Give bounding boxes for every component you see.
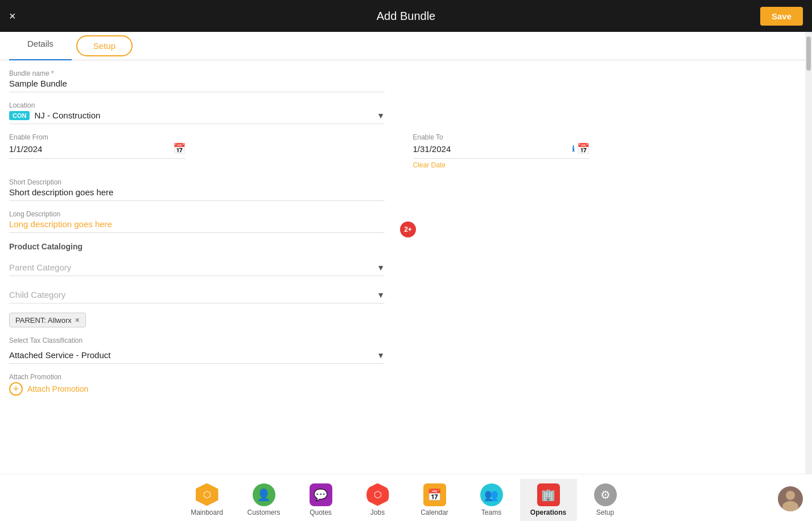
short-desc-field: Short Description Short description goes… <box>9 178 803 201</box>
child-category-placeholder: Child Category <box>9 290 377 300</box>
child-category-dropdown[interactable]: Child Category ▼ <box>9 285 385 303</box>
long-desc-field: Long Description Long description goes h… <box>9 210 803 233</box>
enable-to-value[interactable]: 1/31/2024 <box>413 144 572 154</box>
close-button[interactable]: × <box>9 10 16 22</box>
tab-details[interactable]: Details <box>9 32 72 60</box>
enable-to-label: Enable To <box>413 133 803 141</box>
tax-class-label: Select Tax Classification <box>9 337 803 344</box>
location-badge: CON <box>9 111 30 120</box>
bundle-name-field: Bundle name * Sample Bundle <box>9 69 803 92</box>
quotes-label: Quotes <box>310 508 332 516</box>
enable-to-info-icon: ℹ <box>572 144 575 153</box>
teams-icon: 👥 <box>480 483 503 506</box>
child-category-arrow-icon: ▼ <box>377 290 385 300</box>
teams-label: Teams <box>481 508 501 516</box>
clear-date-button[interactable]: Clear Date <box>413 161 803 169</box>
product-cataloging-label: Product Cataloging <box>9 242 803 251</box>
nav-jobs[interactable]: ⬡ Jobs <box>349 479 406 521</box>
nav-teams[interactable]: 👥 Teams <box>463 479 520 521</box>
jobs-label: Jobs <box>370 508 385 516</box>
comment-badge[interactable]: 2+ <box>400 222 416 237</box>
remove-tag-button[interactable]: × <box>75 315 80 325</box>
parent-category-arrow-icon: ▼ <box>377 263 385 272</box>
location-value: NJ - Construction <box>34 110 372 120</box>
setup-icon: ⚙ <box>594 483 617 506</box>
nav-operations[interactable]: 🏢 Operations <box>520 479 577 521</box>
location-dropdown[interactable]: CON NJ - Construction ▼ <box>9 110 385 124</box>
long-desc-value[interactable]: Long description goes here <box>9 219 385 233</box>
page-title: Add Bundle <box>377 10 435 23</box>
short-desc-label: Short Description <box>9 178 803 186</box>
customers-label: Customers <box>247 508 280 516</box>
tax-class-dropdown[interactable]: Attached Service - Product ▼ <box>9 346 385 364</box>
bundle-name-label: Bundle name * <box>9 69 803 77</box>
jobs-icon: ⬡ <box>366 483 389 506</box>
attach-promo-circle-icon: + <box>9 382 23 396</box>
nav-quotes[interactable]: 💬 Quotes <box>292 479 349 521</box>
customers-icon: 👤 <box>253 483 275 506</box>
location-field: Location CON NJ - Construction ▼ <box>9 101 803 124</box>
parent-category-placeholder: Parent Category <box>9 262 377 272</box>
enable-to-field: Enable To 1/31/2024 ℹ 📅 Clear Date <box>413 133 803 169</box>
nav-customers[interactable]: 👤 Customers <box>236 479 292 521</box>
operations-label: Operations <box>530 508 566 516</box>
scrollbar-thumb[interactable] <box>806 36 811 71</box>
tax-classification-field: Select Tax Classification Attached Servi… <box>9 337 803 364</box>
nav-setup[interactable]: ⚙ Setup <box>577 479 634 521</box>
quotes-icon: 💬 <box>310 483 332 506</box>
nav-mainboard[interactable]: ⬡ Mainboard <box>179 479 236 521</box>
attach-promotion-section: Attach Promotion + Attach Promotion <box>9 373 803 396</box>
scrollbar-track <box>805 32 812 474</box>
svg-point-1 <box>782 501 798 511</box>
user-avatar[interactable] <box>778 486 803 511</box>
location-dropdown-arrow: ▼ <box>377 111 385 120</box>
enable-to-calendar-icon[interactable]: 📅 <box>577 142 590 155</box>
setup-label: Setup <box>596 508 614 516</box>
nav-calendar[interactable]: 📅 Calendar <box>406 479 463 521</box>
attach-promotion-button[interactable]: + Attach Promotion <box>9 382 803 396</box>
tabs-bar: Details Setup <box>0 32 812 60</box>
tax-class-value: Attached Service - Product <box>9 350 377 360</box>
location-label: Location <box>9 101 803 109</box>
mainboard-icon: ⬡ <box>196 483 219 506</box>
tax-class-arrow-icon: ▼ <box>377 351 385 360</box>
save-button[interactable]: Save <box>760 7 803 26</box>
date-range-row: Enable From 1/1/2024 📅 Enable To 1/31/20… <box>9 133 803 169</box>
mainboard-label: Mainboard <box>191 508 223 516</box>
operations-icon: 🏢 <box>537 483 560 506</box>
tab-setup[interactable]: Setup <box>76 35 133 56</box>
parent-tag-chip: PARENT: Allworx × <box>9 313 86 327</box>
main-content: Bundle name * Sample Bundle Location CON… <box>0 60 812 502</box>
short-desc-value[interactable]: Short description goes here <box>9 187 385 201</box>
bottom-navigation: ⬡ Mainboard 👤 Customers 💬 Quotes ⬡ Jobs … <box>0 474 812 525</box>
bundle-name-value[interactable]: Sample Bundle <box>9 79 385 92</box>
enable-from-value[interactable]: 1/1/2024 <box>9 144 173 154</box>
attach-promo-label: Attach Promotion <box>9 373 803 381</box>
long-desc-label: Long Description <box>9 210 803 218</box>
svg-point-0 <box>786 491 795 500</box>
parent-category-dropdown[interactable]: Parent Category ▼ <box>9 258 385 276</box>
calendar-label: Calendar <box>421 508 448 516</box>
header: × Add Bundle Save <box>0 0 812 32</box>
calendar-icon: 📅 <box>423 483 446 506</box>
enable-from-field: Enable From 1/1/2024 📅 <box>9 133 399 169</box>
enable-from-calendar-icon[interactable]: 📅 <box>173 142 186 155</box>
enable-from-label: Enable From <box>9 133 399 141</box>
child-category-row: Child Category ▼ + Add to Catalog <box>9 285 803 303</box>
